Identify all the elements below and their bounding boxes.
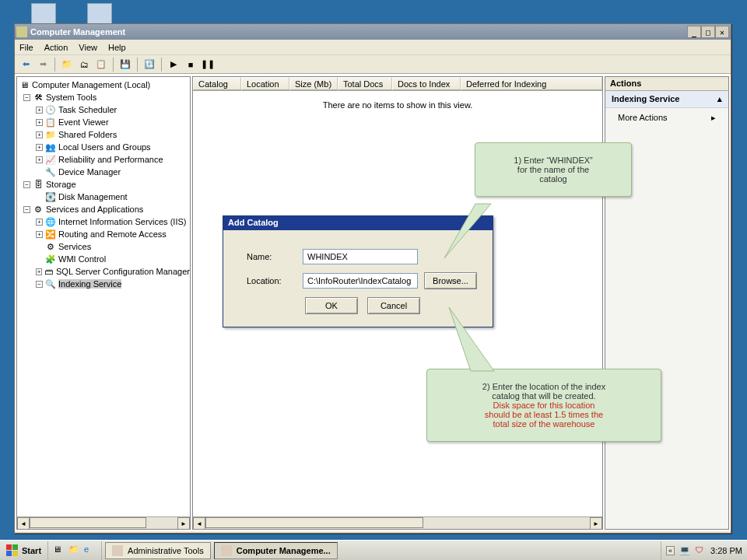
expand-icon[interactable]: + <box>36 144 43 151</box>
menu-view[interactable]: View <box>79 43 97 52</box>
collapse-icon[interactable]: − <box>36 281 43 288</box>
tree-services-apps[interactable]: −⚙Services and Applications <box>17 203 190 215</box>
empty-message: There are no items to show in this view. <box>193 100 602 110</box>
cancel-button[interactable]: Cancel <box>367 297 420 314</box>
column-docs-to-index[interactable]: Docs to Index <box>392 77 461 90</box>
show-hide-tree-button[interactable]: 🗂 <box>76 57 92 72</box>
callout-step2: 2) Enter the location of the index catal… <box>426 369 661 442</box>
task-computer-management[interactable]: Computer Manageme... <box>214 542 338 559</box>
services-icon: ⚙ <box>33 204 44 215</box>
column-deferred[interactable]: Deferred for Indexing <box>461 77 602 90</box>
name-input[interactable] <box>303 249 418 264</box>
tree-system-tools[interactable]: −🛠System Tools <box>17 91 190 103</box>
expand-icon[interactable]: + <box>36 219 43 226</box>
list-scrollbar[interactable]: ◄ ► <box>193 516 602 529</box>
show-desktop-icon[interactable]: 🖥 <box>53 544 65 557</box>
collapse-icon[interactable]: − <box>23 94 30 101</box>
callout-warning: should be at least 1.5 times the <box>441 410 647 419</box>
tree-task-scheduler[interactable]: +🕒Task Scheduler <box>17 103 190 116</box>
location-input[interactable] <box>303 273 418 289</box>
properties-button[interactable]: 📋 <box>93 57 109 72</box>
expand-icon[interactable]: + <box>36 107 43 114</box>
tree-scrollbar[interactable]: ◄ ► <box>17 516 190 529</box>
back-button[interactable]: ⬅ <box>18 57 33 72</box>
scroll-right-icon[interactable]: ► <box>590 517 602 530</box>
tree-iis[interactable]: +🌐Internet Information Services (IIS) <box>17 215 190 228</box>
column-total-docs[interactable]: Total Docs <box>338 77 392 90</box>
toolbar: ⬅ ➡ 📁 🗂 📋 💾 🔃 ▶ ■ ❚❚ <box>15 55 731 74</box>
svg-marker-0 <box>444 204 491 258</box>
name-label: Name: <box>247 252 303 261</box>
tree-event-viewer[interactable]: +📋Event Viewer <box>17 116 190 128</box>
tree-sql-config[interactable]: +🗃SQL Server Configuration Manager <box>17 265 190 278</box>
tree-indexing-service[interactable]: −🔍Indexing Service <box>17 278 190 290</box>
actions-section[interactable]: Indexing Service ▴ <box>605 91 728 108</box>
actions-more-label: More Actions <box>618 113 668 122</box>
scroll-left-icon[interactable]: ◄ <box>17 517 30 530</box>
actions-header: Actions <box>605 77 728 91</box>
clock-icon: 🕒 <box>45 104 56 115</box>
collapse-icon[interactable]: − <box>23 181 30 188</box>
device-icon: 🔧 <box>45 166 56 177</box>
expand-icon[interactable]: + <box>36 268 42 275</box>
tree-services[interactable]: ⚙Services <box>17 240 190 253</box>
minimize-button[interactable]: _ <box>687 26 701 38</box>
expand-icon[interactable]: + <box>36 231 43 238</box>
actions-section-label: Indexing Service <box>612 94 679 104</box>
scroll-right-icon[interactable]: ► <box>177 517 190 530</box>
tree-shared-folders[interactable]: +📁Shared Folders <box>17 128 190 141</box>
computer-icon: 🖥 <box>19 79 30 90</box>
disk-icon: 💽 <box>45 191 56 202</box>
tree-pane[interactable]: 🖥Computer Management (Local) −🛠System To… <box>16 76 191 530</box>
up-button[interactable]: 📁 <box>59 57 75 72</box>
clock[interactable]: 3:28 PM <box>710 546 742 555</box>
sql-icon: 🗃 <box>44 266 54 277</box>
callout-text: catalog that will be created. <box>441 391 647 401</box>
column-catalog[interactable]: Catalog <box>193 77 241 90</box>
scroll-thumb[interactable] <box>205 517 423 528</box>
tree-root[interactable]: 🖥Computer Management (Local) <box>17 79 190 91</box>
menubar: File Action View Help <box>15 40 731 55</box>
tree-device-manager[interactable]: 🔧Device Manager <box>17 166 190 178</box>
collapse-icon[interactable]: − <box>23 206 30 213</box>
actions-more[interactable]: More Actions ▸ <box>605 108 728 127</box>
titlebar[interactable]: Computer Management _ □ ✕ <box>15 24 731 40</box>
pause-button[interactable]: ❚❚ <box>200 57 216 72</box>
tree-storage[interactable]: −🗄Storage <box>17 178 190 191</box>
users-icon: 👥 <box>45 142 56 152</box>
forward-button[interactable]: ➡ <box>35 57 51 72</box>
task-label: Computer Manageme... <box>237 546 331 555</box>
explorer-icon[interactable]: 📁 <box>68 544 81 557</box>
maximize-button[interactable]: □ <box>701 26 715 38</box>
expand-icon[interactable]: + <box>36 131 43 138</box>
refresh-button[interactable]: 🔃 <box>142 57 157 72</box>
network-icon[interactable]: 💻 <box>679 545 690 556</box>
menu-file[interactable]: File <box>19 43 33 52</box>
tree-rras[interactable]: +🔀Routing and Remote Access <box>17 228 190 240</box>
menu-help[interactable]: Help <box>108 43 126 52</box>
task-admin-tools[interactable]: Administrative Tools <box>105 542 211 559</box>
tree-reliability[interactable]: +📈Reliability and Performance <box>17 153 190 166</box>
wmi-icon: 🧩 <box>45 254 56 264</box>
close-button[interactable]: ✕ <box>715 26 729 38</box>
column-size[interactable]: Size (Mb) <box>289 77 338 90</box>
stop-button[interactable]: ■ <box>183 57 198 72</box>
play-button[interactable]: ▶ <box>166 57 181 72</box>
expand-icon[interactable]: + <box>36 156 43 163</box>
export-button[interactable]: 💾 <box>117 57 133 72</box>
storage-icon: 🗄 <box>33 179 44 190</box>
scroll-thumb[interactable] <box>30 517 146 528</box>
ok-button[interactable]: OK <box>305 297 358 314</box>
security-icon[interactable]: 🛡 <box>695 545 706 556</box>
browse-button[interactable]: Browse... <box>424 272 477 289</box>
tree-local-users[interactable]: +👥Local Users and Groups <box>17 141 190 153</box>
tray-expand-button[interactable]: « <box>666 546 675 555</box>
expand-icon[interactable]: + <box>36 119 43 126</box>
scroll-left-icon[interactable]: ◄ <box>193 517 205 530</box>
column-location[interactable]: Location <box>241 77 289 90</box>
tree-disk-management[interactable]: 💽Disk Management <box>17 191 190 203</box>
start-button[interactable]: Start <box>0 541 48 560</box>
tree-wmi[interactable]: 🧩WMI Control <box>17 253 190 265</box>
ie-icon[interactable]: e <box>84 544 96 557</box>
menu-action[interactable]: Action <box>44 43 68 52</box>
